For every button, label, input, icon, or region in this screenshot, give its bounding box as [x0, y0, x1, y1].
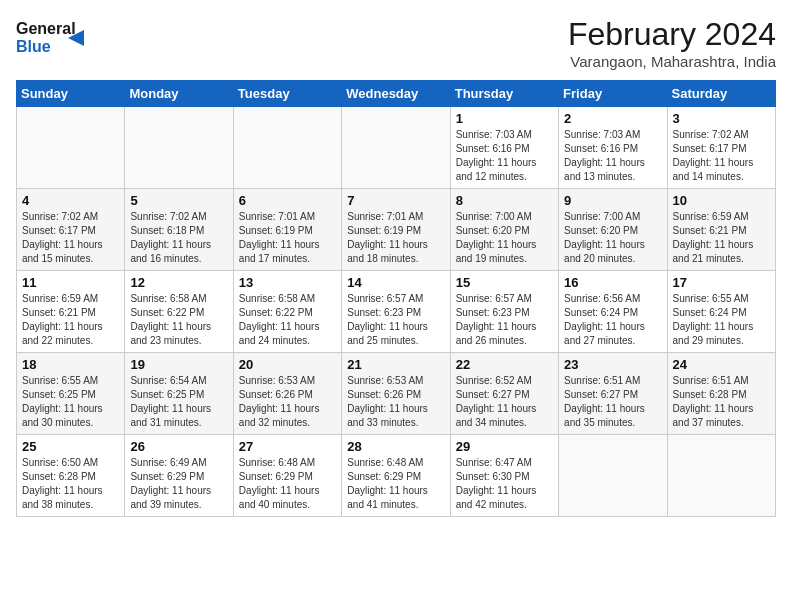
- day-info: Sunrise: 6:58 AM Sunset: 6:22 PM Dayligh…: [239, 292, 336, 348]
- day-number: 17: [673, 275, 770, 290]
- calendar-cell: 25Sunrise: 6:50 AM Sunset: 6:28 PM Dayli…: [17, 435, 125, 517]
- day-info: Sunrise: 6:53 AM Sunset: 6:26 PM Dayligh…: [347, 374, 444, 430]
- calendar-cell: 24Sunrise: 6:51 AM Sunset: 6:28 PM Dayli…: [667, 353, 775, 435]
- day-info: Sunrise: 7:02 AM Sunset: 6:18 PM Dayligh…: [130, 210, 227, 266]
- day-number: 19: [130, 357, 227, 372]
- calendar-cell: 10Sunrise: 6:59 AM Sunset: 6:21 PM Dayli…: [667, 189, 775, 271]
- day-info: Sunrise: 6:54 AM Sunset: 6:25 PM Dayligh…: [130, 374, 227, 430]
- day-header-monday: Monday: [125, 81, 233, 107]
- calendar-cell: [667, 435, 775, 517]
- calendar-cell: 7Sunrise: 7:01 AM Sunset: 6:19 PM Daylig…: [342, 189, 450, 271]
- day-number: 14: [347, 275, 444, 290]
- day-header-tuesday: Tuesday: [233, 81, 341, 107]
- title-block: February 2024 Varangaon, Maharashtra, In…: [568, 16, 776, 70]
- calendar-week-row: 18Sunrise: 6:55 AM Sunset: 6:25 PM Dayli…: [17, 353, 776, 435]
- calendar-cell: 2Sunrise: 7:03 AM Sunset: 6:16 PM Daylig…: [559, 107, 667, 189]
- calendar-cell: 16Sunrise: 6:56 AM Sunset: 6:24 PM Dayli…: [559, 271, 667, 353]
- day-info: Sunrise: 7:01 AM Sunset: 6:19 PM Dayligh…: [239, 210, 336, 266]
- calendar-cell: 26Sunrise: 6:49 AM Sunset: 6:29 PM Dayli…: [125, 435, 233, 517]
- day-number: 20: [239, 357, 336, 372]
- calendar-cell: 13Sunrise: 6:58 AM Sunset: 6:22 PM Dayli…: [233, 271, 341, 353]
- day-info: Sunrise: 6:59 AM Sunset: 6:21 PM Dayligh…: [673, 210, 770, 266]
- day-number: 8: [456, 193, 553, 208]
- day-info: Sunrise: 6:59 AM Sunset: 6:21 PM Dayligh…: [22, 292, 119, 348]
- day-info: Sunrise: 6:47 AM Sunset: 6:30 PM Dayligh…: [456, 456, 553, 512]
- calendar-cell: 11Sunrise: 6:59 AM Sunset: 6:21 PM Dayli…: [17, 271, 125, 353]
- day-number: 28: [347, 439, 444, 454]
- day-info: Sunrise: 6:50 AM Sunset: 6:28 PM Dayligh…: [22, 456, 119, 512]
- day-info: Sunrise: 7:02 AM Sunset: 6:17 PM Dayligh…: [22, 210, 119, 266]
- calendar-week-row: 1Sunrise: 7:03 AM Sunset: 6:16 PM Daylig…: [17, 107, 776, 189]
- day-number: 25: [22, 439, 119, 454]
- calendar-cell: 17Sunrise: 6:55 AM Sunset: 6:24 PM Dayli…: [667, 271, 775, 353]
- svg-text:General: General: [16, 20, 76, 37]
- day-number: 26: [130, 439, 227, 454]
- day-header-sunday: Sunday: [17, 81, 125, 107]
- calendar-subtitle: Varangaon, Maharashtra, India: [568, 53, 776, 70]
- day-number: 11: [22, 275, 119, 290]
- calendar-cell: 8Sunrise: 7:00 AM Sunset: 6:20 PM Daylig…: [450, 189, 558, 271]
- calendar-cell: 21Sunrise: 6:53 AM Sunset: 6:26 PM Dayli…: [342, 353, 450, 435]
- day-number: 24: [673, 357, 770, 372]
- calendar-cell: 9Sunrise: 7:00 AM Sunset: 6:20 PM Daylig…: [559, 189, 667, 271]
- calendar-cell: 20Sunrise: 6:53 AM Sunset: 6:26 PM Dayli…: [233, 353, 341, 435]
- calendar-cell: 18Sunrise: 6:55 AM Sunset: 6:25 PM Dayli…: [17, 353, 125, 435]
- day-number: 5: [130, 193, 227, 208]
- day-number: 16: [564, 275, 661, 290]
- day-info: Sunrise: 6:56 AM Sunset: 6:24 PM Dayligh…: [564, 292, 661, 348]
- calendar-cell: 3Sunrise: 7:02 AM Sunset: 6:17 PM Daylig…: [667, 107, 775, 189]
- calendar-header-row: SundayMondayTuesdayWednesdayThursdayFrid…: [17, 81, 776, 107]
- day-info: Sunrise: 7:00 AM Sunset: 6:20 PM Dayligh…: [564, 210, 661, 266]
- calendar-cell: 19Sunrise: 6:54 AM Sunset: 6:25 PM Dayli…: [125, 353, 233, 435]
- calendar-cell: 5Sunrise: 7:02 AM Sunset: 6:18 PM Daylig…: [125, 189, 233, 271]
- calendar-week-row: 4Sunrise: 7:02 AM Sunset: 6:17 PM Daylig…: [17, 189, 776, 271]
- calendar-week-row: 11Sunrise: 6:59 AM Sunset: 6:21 PM Dayli…: [17, 271, 776, 353]
- day-number: 9: [564, 193, 661, 208]
- day-number: 21: [347, 357, 444, 372]
- calendar-title: February 2024: [568, 16, 776, 53]
- day-number: 2: [564, 111, 661, 126]
- calendar-cell: 29Sunrise: 6:47 AM Sunset: 6:30 PM Dayli…: [450, 435, 558, 517]
- calendar-week-row: 25Sunrise: 6:50 AM Sunset: 6:28 PM Dayli…: [17, 435, 776, 517]
- day-info: Sunrise: 6:52 AM Sunset: 6:27 PM Dayligh…: [456, 374, 553, 430]
- page-header: General Blue February 2024 Varangaon, Ma…: [16, 16, 776, 70]
- day-number: 10: [673, 193, 770, 208]
- day-info: Sunrise: 7:03 AM Sunset: 6:16 PM Dayligh…: [564, 128, 661, 184]
- calendar-cell: 27Sunrise: 6:48 AM Sunset: 6:29 PM Dayli…: [233, 435, 341, 517]
- day-header-saturday: Saturday: [667, 81, 775, 107]
- day-number: 15: [456, 275, 553, 290]
- day-number: 6: [239, 193, 336, 208]
- day-info: Sunrise: 7:02 AM Sunset: 6:17 PM Dayligh…: [673, 128, 770, 184]
- calendar-cell: 12Sunrise: 6:58 AM Sunset: 6:22 PM Dayli…: [125, 271, 233, 353]
- calendar-cell: 28Sunrise: 6:48 AM Sunset: 6:29 PM Dayli…: [342, 435, 450, 517]
- day-number: 7: [347, 193, 444, 208]
- day-number: 29: [456, 439, 553, 454]
- calendar-cell: [342, 107, 450, 189]
- logo-icon: General Blue: [16, 16, 86, 56]
- day-header-thursday: Thursday: [450, 81, 558, 107]
- day-number: 27: [239, 439, 336, 454]
- calendar-cell: [233, 107, 341, 189]
- calendar-cell: 14Sunrise: 6:57 AM Sunset: 6:23 PM Dayli…: [342, 271, 450, 353]
- calendar-cell: 22Sunrise: 6:52 AM Sunset: 6:27 PM Dayli…: [450, 353, 558, 435]
- day-number: 12: [130, 275, 227, 290]
- day-info: Sunrise: 7:00 AM Sunset: 6:20 PM Dayligh…: [456, 210, 553, 266]
- calendar-cell: 23Sunrise: 6:51 AM Sunset: 6:27 PM Dayli…: [559, 353, 667, 435]
- day-info: Sunrise: 6:48 AM Sunset: 6:29 PM Dayligh…: [347, 456, 444, 512]
- day-info: Sunrise: 6:57 AM Sunset: 6:23 PM Dayligh…: [347, 292, 444, 348]
- calendar-cell: [17, 107, 125, 189]
- day-header-wednesday: Wednesday: [342, 81, 450, 107]
- day-info: Sunrise: 7:03 AM Sunset: 6:16 PM Dayligh…: [456, 128, 553, 184]
- day-info: Sunrise: 6:55 AM Sunset: 6:24 PM Dayligh…: [673, 292, 770, 348]
- day-info: Sunrise: 6:53 AM Sunset: 6:26 PM Dayligh…: [239, 374, 336, 430]
- calendar-cell: [125, 107, 233, 189]
- svg-text:Blue: Blue: [16, 38, 51, 55]
- day-number: 22: [456, 357, 553, 372]
- day-info: Sunrise: 6:49 AM Sunset: 6:29 PM Dayligh…: [130, 456, 227, 512]
- day-info: Sunrise: 6:58 AM Sunset: 6:22 PM Dayligh…: [130, 292, 227, 348]
- calendar-table: SundayMondayTuesdayWednesdayThursdayFrid…: [16, 80, 776, 517]
- day-number: 18: [22, 357, 119, 372]
- day-header-friday: Friday: [559, 81, 667, 107]
- day-info: Sunrise: 6:51 AM Sunset: 6:27 PM Dayligh…: [564, 374, 661, 430]
- logo: General Blue: [16, 16, 86, 56]
